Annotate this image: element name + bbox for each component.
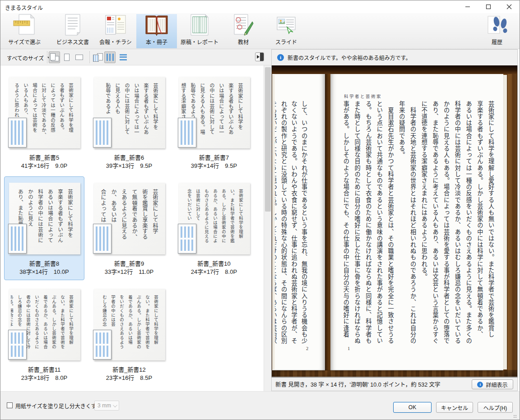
category-manuscript-report[interactable]: 原稿・レポート [179,14,220,48]
open-book-icon [144,14,169,36]
detail-button-label: 詳細表示 [486,381,507,388]
style-card-6[interactable]: 芸術家にして科学を理解ない。また科学者で芸術をぶんある。しかし芸術家の着であるか… [4,282,84,386]
page-number: 2 [306,346,308,351]
style-thumbnail: 芸術家にして科学術を鑑賞し享楽するて無頓着であるか、えあるように見えるか、あるい… [94,183,165,254]
right-page-text: 芸術家にして科学を理解し愛好する人も無いではない。また科学者で芸術を鑑賞し享楽す… [340,101,496,354]
category-slide[interactable]: スライド [266,14,306,48]
category-label: 本・冊子 [146,38,167,46]
resize-grip[interactable] [514,415,517,419]
page-format-icon [93,330,111,360]
preview-pane: して、いつのまにかそれが仕事であるという事を忘れ、無我の境に入りうる機会も少なく… [271,65,518,377]
style-thumbnail: 芸術家にして科学を享楽する者もずいぶんあるいは場合によって科学者の中には芸術にか… [9,183,80,254]
style-card-2[interactable]: 芸術家にして科学を楽する者もずいぶんあいは場合によっては一の中には芸術に対してに… [174,70,254,174]
size-filter-label: すべてのサイズ [7,54,44,62]
thumb-text-column: 芸術家にして科学を [235,83,245,145]
vertical-scrollbar[interactable] [264,65,271,397]
page-landscape-icon [75,55,83,60]
text-stripes [181,120,194,145]
thumb-text-column: いは場合によっては一 [216,83,226,145]
bleed-checkbox[interactable] [7,402,13,408]
preview-right-page: 科学者と芸術家 芸術家にして科学を理解し愛好する人も無いではない。また科学者で芸… [330,74,503,370]
ruler-page-icon [12,14,37,36]
thumb-text-column: えあるように見える [118,189,129,251]
category-label: 会報・チラシ [99,38,132,46]
thumb-text-column: 場合によっては芸術を [30,83,39,145]
thumb-text-column: ある。しかし芸術家の中に [219,189,228,251]
page-format-icon [8,118,27,148]
page-stack-edge-left [272,75,275,369]
page-portrait-button[interactable] [61,51,72,63]
ok-button[interactable]: OK [393,402,432,413]
text-column: 事がある。しかしそのような場合にでも、その仕事の中に自分の天与の嗜好に逢着 [340,101,351,354]
text-stripes [181,240,194,251]
help-button[interactable]: ヘルプ(H) [478,402,513,413]
thumb-text-column: に見える人も [112,83,122,145]
detail-view-button[interactable]: i 詳細表示 [472,379,513,389]
style-name: 新書_新書6 [89,153,169,162]
text-stripes [11,332,24,344]
list-toolbar: すべてのサイズ [0,49,271,65]
page-landscape-button[interactable] [74,51,85,63]
style-list: 芸術家にして科学を理る者もずいぶんある。によっては一種の反感に対して冷淡であるか… [0,65,264,397]
thumb-text-column: に見える人もある。場 [197,83,207,145]
style-thumbnail: 芸術家にして科学を楽する者もずいぶんあいは場合によっては一の中には芸術に対してに… [179,77,250,148]
text-horizontal-icon [120,54,127,60]
style-thumbnail: 芸術家にして科学を理解ない。また科学者で芸術をぶんある。しかし芸術家の着であるか… [9,289,80,360]
page-both-button[interactable] [49,51,60,63]
thumb-text-column: 芸術家にして科学を理解 [66,295,75,357]
style-card-5[interactable]: 芸術家にして科学を理解い。また科学者で芸術を鑑ある。しかし芸術家の中にあるか、あ… [174,176,254,280]
style-spec: 24字×17行 8.0P [174,267,254,276]
category-choose-by-size[interactable]: サイズで選ぶ [4,14,45,48]
maximize-button[interactable] [478,0,499,13]
preview-panel-toggle-button[interactable] [255,52,264,61]
style-card-4[interactable]: 芸術家にして科学術を鑑賞し享楽するて無頓着であるか、えあるように見えるか、あるい… [89,176,169,280]
kimaru-style-dialog: きまるスタイル サイズで選ぶ [0,0,520,420]
text-column: かのように見える人もある。場合によっては芸術を愛する事が科学者としての堕落で [440,101,451,354]
style-thumbnail: 芸術家にして科学を理解い。また科学者で芸術を鑑ある。しかし芸術家の中にあるか、あ… [179,183,250,254]
style-card-1[interactable]: 芸術家にして科学を楽する者もずいぶんあいは場合によっては一の中には芸術に対してに… [89,70,169,174]
scrollbar-thumb[interactable] [265,67,271,212]
category-teaching-material[interactable]: 教材 [223,14,264,48]
cancel-button[interactable]: キャンセル [436,402,473,413]
text-vertical-button[interactable] [104,51,116,63]
style-thumbnail: 芸術家にして科学を楽する者もずいぶんあいは場合によっては一の中には芸術に対してに… [94,77,165,148]
category-toolbar: サイズで選ぶ ビジネス文書 [0,13,520,49]
bleed-size-value: 3 mm [98,402,111,409]
info-icon: i [477,382,483,388]
style-card-0[interactable]: 芸術家にして科学を理る者もずいぶんある。によっては一種の反感に対して冷淡であるか… [4,70,84,174]
page-number: 1 [348,346,350,351]
chevron-down-icon [113,403,117,407]
book-binding-gap [325,74,330,370]
size-filter-dropdown[interactable]: すべてのサイズ [4,53,54,63]
style-spec: 39字×13行 9.5P [89,161,169,170]
minimize-button[interactable] [457,0,478,13]
text-stripes [181,226,194,238]
thumb-text-column: 芸術家にして科学を理解 [151,295,160,357]
text-column: なくないようである。いわんや衣食に窮せず、仕事に追われぬ芸術家と科学者が、そ [288,101,299,354]
text-horizontal-button[interactable] [117,51,129,63]
separator [47,51,47,63]
category-business-document[interactable]: ビジネス文書 [52,14,93,48]
category-book-booklet[interactable]: 本・冊子 [136,14,177,48]
thumb-text-column: ぶんある。しかし芸術家の [49,295,58,357]
category-newsletter-flyer[interactable]: 会報・チラシ [95,14,136,48]
text-stripes [96,226,109,251]
style-card-7[interactable]: 芸術家にして科学を理解ない。また科学者で芸術をぶんある。しかし芸術家の着であるか… [89,282,169,386]
wood-shadow-top [272,65,517,74]
thumb-text-column: い。また科学者で芸術を鑑 [228,189,236,251]
thumb-text-column: に対して冷淡であるか、 [39,83,48,145]
page-spread-button[interactable] [92,51,103,63]
running-head: 科学者と芸術家 [344,93,382,99]
category-history[interactable]: 履歴 [478,14,516,48]
arrow-right-icon [257,55,260,59]
style-card-3[interactable]: 芸術家にして科学を享楽する者もずいぶんあるいは場合によって科学者の中には芸術にか… [4,176,84,280]
close-button[interactable] [499,0,520,13]
page-format-icon [8,330,27,360]
thumb-text-column: いだくものさえあるように [32,295,41,357]
text-column: 科学者の中には芸術に対して冷淡であるか、あるいはむしろ嫌忌の念をいだいている [451,101,463,354]
text-column: 享楽する者もずいぶんある。しかし芸術家の中には科学に対して無頓着であるか、 [474,101,485,354]
wood-shadow-bottom [272,370,517,377]
category-label: 教材 [238,38,249,46]
thumb-text-column: ぶんある。しかし芸術家の [134,295,143,357]
bleed-size-select[interactable]: 3 mm [94,401,119,411]
